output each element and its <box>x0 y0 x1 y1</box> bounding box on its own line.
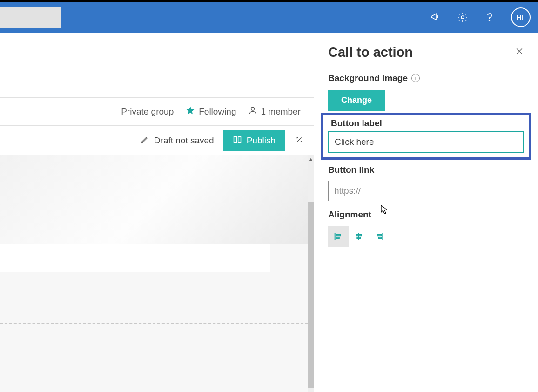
draft-status: Draft not saved <box>140 135 214 147</box>
button-label-label: Button label <box>328 118 524 128</box>
button-link-label: Button link <box>328 165 524 175</box>
gear-icon[interactable] <box>457 12 468 23</box>
button-label-highlight: Button label <box>321 113 531 160</box>
canvas-section <box>0 244 270 272</box>
property-panel: Call to action Background image i Change… <box>314 33 538 392</box>
command-bar: Draft not saved Publish <box>0 126 314 155</box>
avatar[interactable]: HL <box>511 7 531 27</box>
megaphone-icon[interactable] <box>430 12 441 23</box>
button-link-input[interactable] <box>328 181 524 201</box>
expand-icon[interactable] <box>294 135 304 147</box>
svg-point-1 <box>489 20 490 21</box>
left-pane: Private group Following 1 member Draft n… <box>0 33 314 392</box>
svg-rect-8 <box>378 237 381 239</box>
following-toggle[interactable]: Following <box>186 106 236 117</box>
align-right-button[interactable] <box>369 226 390 247</box>
pencil-icon <box>140 135 149 147</box>
avatar-initials: HL <box>516 14 525 21</box>
svg-rect-3 <box>336 234 340 236</box>
hero-header <box>0 33 314 98</box>
suite-bar: HL <box>0 2 538 33</box>
svg-point-2 <box>251 107 255 110</box>
scroll-up-icon[interactable]: ▲ <box>308 155 314 162</box>
info-icon[interactable]: i <box>411 74 420 82</box>
button-label-input[interactable] <box>328 131 524 153</box>
svg-rect-4 <box>336 237 339 239</box>
main-area: Private group Following 1 member Draft n… <box>0 33 538 392</box>
book-icon <box>233 135 242 147</box>
app-launcher-placeholder[interactable] <box>0 7 61 28</box>
star-icon <box>186 106 195 117</box>
close-icon <box>515 47 524 58</box>
background-image-label: Background image i <box>328 73 524 83</box>
change-button[interactable]: Change <box>328 90 385 111</box>
publish-button[interactable]: Publish <box>223 130 285 151</box>
panel-header: Call to action <box>328 45 524 60</box>
person-icon <box>248 106 257 117</box>
panel-title: Call to action <box>328 45 413 60</box>
align-center-button[interactable] <box>349 226 369 247</box>
members-label: 1 member <box>261 107 301 117</box>
members-count[interactable]: 1 member <box>248 106 301 117</box>
site-meta: Private group Following 1 member <box>0 98 314 126</box>
svg-rect-7 <box>377 234 381 236</box>
site-privacy: Private group <box>121 107 174 117</box>
content-canvas[interactable]: ▲ <box>0 155 314 392</box>
alignment-options <box>328 226 524 247</box>
section-divider <box>0 323 308 324</box>
close-button[interactable] <box>515 47 524 59</box>
hero-background <box>0 155 314 244</box>
svg-point-0 <box>461 16 464 19</box>
following-label: Following <box>199 107 236 117</box>
suite-right-controls: HL <box>430 7 531 27</box>
align-left-button[interactable] <box>328 226 349 247</box>
scrollbar-thumb[interactable] <box>308 202 314 388</box>
publish-label: Publish <box>247 135 276 146</box>
background-image-label-text: Background image <box>328 73 408 83</box>
draft-status-text: Draft not saved <box>154 135 214 146</box>
help-icon[interactable] <box>484 12 495 23</box>
alignment-label: Alignment <box>328 210 524 220</box>
